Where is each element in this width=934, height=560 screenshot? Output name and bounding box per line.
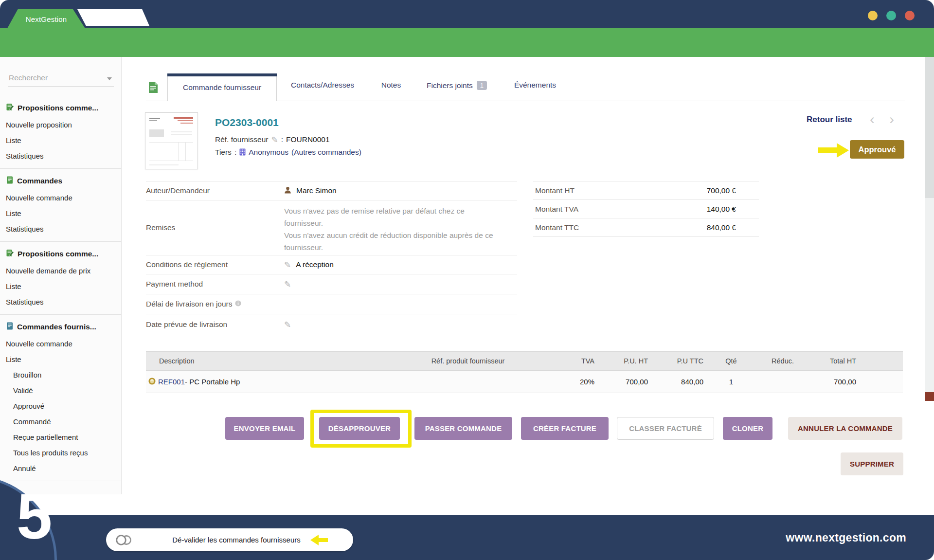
action-button-d-sapprouver[interactable]: DÉSAPPROUVER [319, 417, 400, 440]
thumbnail-detail [180, 123, 193, 124]
field-value-text: Marc Simon [296, 186, 337, 195]
info-icon[interactable] [235, 300, 241, 308]
supplier-ref-value: FOURN0001 [286, 135, 330, 144]
amount-value: 840,00 € [707, 223, 759, 232]
thumbnail-detail [149, 118, 160, 119]
sidebar-section-title: Propositions comme... [18, 104, 98, 112]
chevron-right-icon[interactable]: › [889, 112, 894, 126]
scrollbar-thumb[interactable] [925, 57, 934, 198]
menu-item-pill[interactable] [294, 70, 347, 78]
sidebar-item[interactable]: Approuvé [0, 398, 122, 414]
field-label-text: Conditions de règlement [146, 260, 228, 269]
amount-value: 140,00 € [707, 205, 759, 214]
tab-notes[interactable]: Notes [381, 81, 401, 90]
sidebar-item[interactable]: Brouillon [0, 367, 122, 382]
action-button-envoyer-email[interactable]: ENVOYER EMAIL [225, 417, 304, 440]
sidebar-section-1[interactable]: Commandes [0, 172, 122, 190]
tab-contacts-adresses[interactable]: Contacts/Adresses [291, 81, 354, 90]
field-value: Vous n'avez pas de remise relative par d… [284, 200, 517, 255]
field-label: Délai de livraison en jours [146, 294, 284, 314]
amount-row-0: Montant HT700,00 € [533, 181, 759, 199]
sidebar-section-2[interactable]: Propositions comme... [0, 245, 122, 263]
sidebar-item[interactable]: Statistiques [0, 221, 122, 236]
tab-commande-fournisseur[interactable]: Commande fournisseur [167, 73, 277, 101]
tiers-label: Tiers [215, 148, 232, 157]
sidebar-item[interactable]: Validé [0, 382, 122, 398]
menu-item-pill[interactable] [431, 70, 483, 78]
tiers-name-link[interactable]: Anonymous [249, 148, 288, 157]
products-table: DescriptionRéf. produit fournisseurTVAP.… [146, 351, 903, 393]
tiers-line: Tiers : Anonymous (Autres commandes) [215, 148, 361, 157]
products-header-cell: P.U. HT [594, 352, 648, 370]
action-button-classer-factur-: CLASSER FACTURÉ [617, 417, 714, 440]
website-url: www.nextgestion.com [786, 531, 906, 544]
chevron-down-icon[interactable] [107, 77, 112, 80]
thumbnail-detail [149, 164, 179, 165]
supplier-order-file-icon [148, 81, 158, 95]
highlight-arrow-left-icon [310, 535, 328, 545]
proposal-icon [6, 249, 14, 259]
sidebar-item[interactable]: Nouvelle demande de prix [0, 263, 122, 278]
product-ref-link[interactable]: REF001 [158, 378, 185, 386]
edit-pencil-icon[interactable]: ✎ [284, 280, 291, 289]
action-button-annuler-la-commande[interactable]: ANNULER LA COMMANDE [788, 417, 902, 440]
window-dot-red[interactable] [905, 11, 915, 20]
sidebar-item[interactable]: Liste [0, 351, 122, 367]
product-cell: 700,00 [594, 371, 648, 393]
sidebar-item[interactable]: Liste [0, 132, 122, 148]
window-dot-teal[interactable] [886, 11, 896, 20]
field-label: Remises [146, 200, 284, 255]
action-button-cloner[interactable]: CLONER [723, 417, 772, 440]
discount-info-text: Vous n'avez pas de remise relative par d… [284, 205, 505, 253]
search-input[interactable] [8, 73, 102, 83]
sidebar-item[interactable]: Tous les produits reçus [0, 445, 122, 460]
field-label-text: Remises [146, 223, 175, 232]
amount-value: 700,00 € [707, 186, 759, 195]
tab--v-nements[interactable]: Événements [514, 81, 556, 90]
chevron-left-icon[interactable]: ‹ [870, 112, 875, 126]
field-label-text: Auteur/Demandeur [146, 186, 210, 195]
field-row-1: RemisesVous n'avez pas de remise relativ… [146, 200, 517, 255]
proposal-icon [6, 103, 14, 113]
sidebar-item[interactable]: Reçue partiellement [0, 429, 122, 445]
product-row[interactable]: REF001 - PC Portable Hp20%700,00840,0017… [146, 371, 903, 393]
sidebar-section-0[interactable]: Propositions comme... [0, 99, 122, 117]
field-label-text: Délai de livraison en jours [146, 300, 232, 308]
sidebar-item[interactable]: Liste [0, 205, 122, 221]
sidebar-item[interactable]: Liste [0, 278, 122, 294]
menu-item-pill[interactable] [362, 70, 415, 78]
sidebar-item[interactable]: Commandé [0, 414, 122, 429]
action-button-cr-er-facture[interactable]: CRÉER FACTURE [521, 417, 609, 440]
back-to-list-link[interactable]: Retour liste [807, 115, 852, 125]
sidebar-item[interactable]: Annulé [0, 460, 122, 476]
product-cell: 1 [703, 371, 759, 393]
window-dot-yellow[interactable] [868, 11, 878, 20]
action-button-supprimer[interactable]: SUPPRIMER [841, 452, 903, 475]
edit-pencil-icon[interactable]: ✎ [284, 321, 291, 329]
action-button-passer-commande[interactable]: PASSER COMMANDE [414, 417, 512, 440]
field-label: Payment method [146, 274, 284, 294]
scrollbar-marker[interactable] [925, 392, 934, 401]
order-fields-table: Auteur/DemandeurMarc SimonRemisesVous n'… [146, 181, 517, 335]
products-header-cell: Réf. produit fournisseur [404, 352, 532, 370]
field-value-text: A réception [296, 260, 334, 269]
tab-label: Contacts/Adresses [291, 81, 354, 90]
sidebar-item[interactable]: Nouvelle commande [0, 336, 122, 351]
document-thumbnail[interactable] [145, 112, 198, 169]
product-cell [856, 371, 903, 393]
sidebar-item[interactable]: Nouvelle commande [0, 190, 122, 205]
tab-fichiers-joints[interactable]: Fichiers joints1 [427, 81, 487, 90]
sidebar-section-3[interactable]: Commandes fournis... [0, 318, 122, 336]
sidebar-item[interactable]: Statistiques [0, 148, 122, 163]
tiers-other-orders-link[interactable]: (Autres commandes) [291, 148, 361, 157]
thumbnail-detail [171, 131, 192, 132]
attachment-count-badge: 1 [477, 81, 487, 90]
edit-pencil-icon[interactable]: ✎ [284, 261, 291, 269]
discount-line: Vous n'avez aucun crédit de réduction di… [284, 229, 505, 253]
sidebar-item[interactable]: Statistiques [0, 294, 122, 309]
thumbnail-detail [171, 142, 171, 161]
status-badge: Approuvé [850, 140, 904, 159]
permission-toggle-pill[interactable]: Dé-valider les commandes fournisseurs [106, 528, 353, 551]
sidebar-item[interactable]: Nouvelle proposition [0, 117, 122, 132]
edit-pencil-icon[interactable]: ✎ [271, 136, 278, 144]
